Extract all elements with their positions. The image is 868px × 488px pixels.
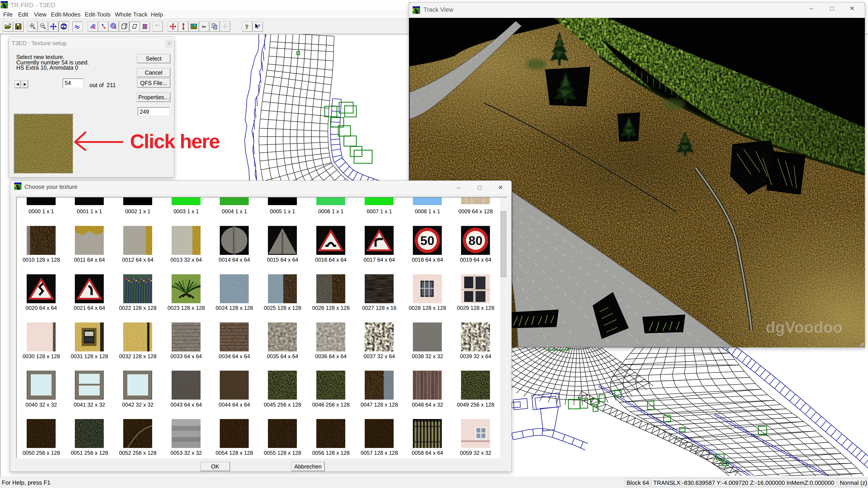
- svg-text:?: ?: [258, 23, 260, 29]
- svg-text:3: 3: [16, 185, 18, 189]
- svg-text:?: ?: [245, 23, 248, 30]
- svg-text:80: 80: [468, 233, 483, 248]
- svg-text:D: D: [76, 25, 80, 30]
- svg-text:3: 3: [2, 4, 4, 7]
- svg-text:dgVoodoo: dgVoodoo: [766, 318, 843, 336]
- svg-text:50: 50: [420, 233, 434, 248]
- svg-text:✂: ✂: [202, 24, 206, 30]
- svg-text:3: 3: [414, 9, 416, 13]
